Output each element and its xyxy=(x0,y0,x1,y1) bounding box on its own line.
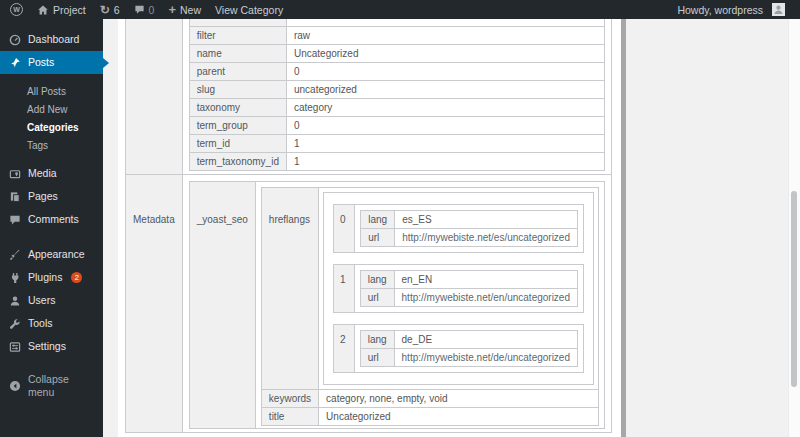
url-row: url http://mywebiste.net/de/uncategorize… xyxy=(360,349,577,367)
content-area: filter raw name Uncategorized parent xyxy=(103,19,800,437)
hreflang-item-row: 1 xyxy=(333,264,584,313)
plugin-icon xyxy=(8,272,21,284)
hreflang-pair-cell: lang de_DE xyxy=(354,325,583,373)
title-value: Uncategorized xyxy=(319,408,599,426)
lang-url-table: lang es_ES xyxy=(360,210,578,247)
sidebar-item-settings[interactable]: Settings xyxy=(0,335,103,358)
plus-icon: + xyxy=(168,4,176,16)
user-icon xyxy=(8,295,21,307)
sidebar-label-posts: Posts xyxy=(28,56,54,69)
wp-logo-menu[interactable]: W xyxy=(8,0,30,19)
hreflang-index: 1 xyxy=(334,265,355,313)
term-fields-outer-value: filter raw name Uncategorized parent xyxy=(182,2,611,175)
collapse-arrow-icon xyxy=(8,380,21,392)
field-key: taxonomy xyxy=(189,99,286,117)
comments-bubble-icon xyxy=(134,4,145,15)
field-value: raw xyxy=(286,27,604,45)
field-value: uncategorized xyxy=(286,81,604,99)
field-value: 1 xyxy=(286,135,604,153)
hreflang-index: 0 xyxy=(334,205,355,253)
hreflang-pair-cell: lang es_ES xyxy=(355,205,584,253)
url-row: url http://mywebiste.net/es/uncategorize… xyxy=(361,229,578,247)
plugins-update-badge: 2 xyxy=(71,272,82,283)
field-key: term_id xyxy=(189,135,286,153)
metadata-outer-row: Metadata _yoast_seo xyxy=(126,175,612,433)
new-content-menu[interactable]: + New xyxy=(161,0,208,19)
category-data-panel: filter raw name Uncategorized parent xyxy=(118,19,621,437)
new-label: New xyxy=(180,4,201,16)
hreflang-item-row: 2 xyxy=(333,324,584,373)
lang-label: lang xyxy=(360,331,394,349)
url-value: http://mywebiste.net/es/uncategorized xyxy=(395,229,578,247)
field-value: 0 xyxy=(286,117,604,135)
submenu-item-categories[interactable]: Categories xyxy=(0,118,103,136)
sidebar-item-plugins[interactable]: Plugins 2 xyxy=(0,266,103,289)
lang-row: lang de_DE xyxy=(360,331,577,349)
field-value: 0 xyxy=(286,63,604,81)
submenu-item-tags[interactable]: Tags xyxy=(0,136,103,154)
lang-url-table: lang de_DE xyxy=(360,330,578,367)
sidebar-item-appearance[interactable]: Appearance xyxy=(0,243,103,266)
dashboard-gauge-icon xyxy=(8,34,21,46)
sidebar-label-comments: Comments xyxy=(28,213,79,226)
hreflang-pair-cell: lang en_EN xyxy=(354,265,583,313)
sidebar-label-media: Media xyxy=(28,167,57,180)
page-scrollbar-thumb[interactable] xyxy=(791,191,797,387)
metadata-table: _yoast_seo hreflangs xyxy=(189,181,605,429)
site-name-label: Project xyxy=(53,4,86,16)
sidebar-label-users: Users xyxy=(28,294,55,307)
my-account-menu[interactable]: Howdy, wordpress xyxy=(670,0,792,19)
media-icon xyxy=(8,168,21,180)
panel-scrollbar[interactable] xyxy=(621,19,626,437)
updates-menu[interactable]: ↻ 6 xyxy=(93,0,127,19)
hreflang-item-cell: 0 xyxy=(333,204,584,253)
settings-sliders-icon xyxy=(8,341,21,353)
sidebar-item-tools[interactable]: Tools xyxy=(0,312,103,335)
yoast-row: _yoast_seo hreflangs xyxy=(189,182,604,429)
hreflang-item-cell: 1 xyxy=(333,264,584,313)
paintbrush-icon xyxy=(8,249,21,261)
title-row: title Uncategorized xyxy=(261,408,598,426)
comments-count: 0 xyxy=(149,4,155,16)
page-scrollbar-track[interactable] xyxy=(788,19,800,437)
url-label: url xyxy=(360,289,394,307)
table-row: term_group 0 xyxy=(189,117,604,135)
sidebar-item-posts[interactable]: Posts xyxy=(0,51,103,74)
field-key: name xyxy=(189,45,286,63)
submenu-item-add-new[interactable]: Add New xyxy=(0,100,103,118)
category-debug-table: filter raw name Uncategorized parent xyxy=(125,1,612,433)
collapse-menu-label: Collapse menu xyxy=(28,373,95,399)
admin-sidebar-menu: Dashboard Posts All Posts Add New Catego… xyxy=(0,19,103,437)
metadata-outer-value: _yoast_seo hreflangs xyxy=(182,175,611,433)
sidebar-item-dashboard[interactable]: Dashboard xyxy=(0,28,103,51)
sidebar-item-comments[interactable]: Comments xyxy=(0,208,103,231)
admin-bar: W Project ↻ 6 0 + New View Category Howd… xyxy=(0,0,800,19)
hreflang-item-cell: 2 xyxy=(333,324,584,373)
term-fields-outer-row: filter raw name Uncategorized parent xyxy=(126,2,612,175)
wrench-icon xyxy=(8,318,21,330)
url-value: http://mywebiste.net/de/uncategorized xyxy=(394,349,577,367)
table-row: term_taxonomy_id 1 xyxy=(189,153,604,171)
comments-menu[interactable]: 0 xyxy=(127,0,162,19)
collapse-menu-button[interactable]: Collapse menu xyxy=(0,368,103,404)
sidebar-item-pages[interactable]: Pages xyxy=(0,185,103,208)
hreflang-block-2: 2 xyxy=(333,324,584,373)
field-value: category xyxy=(286,99,604,117)
sidebar-label-pages: Pages xyxy=(28,190,58,203)
view-category-link[interactable]: View Category xyxy=(208,0,290,19)
posts-submenu: All Posts Add New Categories Tags xyxy=(0,74,103,162)
wordpress-admin-screen: W Project ↻ 6 0 + New View Category Howd… xyxy=(0,0,800,437)
lang-label: lang xyxy=(361,211,395,229)
field-key: filter xyxy=(189,27,286,45)
sidebar-label-dashboard: Dashboard xyxy=(28,33,79,46)
field-value: 1 xyxy=(286,153,604,171)
sidebar-item-media[interactable]: Media xyxy=(0,162,103,185)
sidebar-item-users[interactable]: Users xyxy=(0,289,103,312)
lang-label: lang xyxy=(360,271,394,289)
table-row: filter raw xyxy=(189,27,604,45)
submenu-item-all-posts[interactable]: All Posts xyxy=(0,82,103,100)
lang-url-table: lang en_EN xyxy=(360,270,578,307)
site-name-menu[interactable]: Project xyxy=(30,0,93,19)
table-row: term_id 1 xyxy=(189,135,604,153)
url-row: url http://mywebiste.net/en/uncategorize… xyxy=(360,289,577,307)
